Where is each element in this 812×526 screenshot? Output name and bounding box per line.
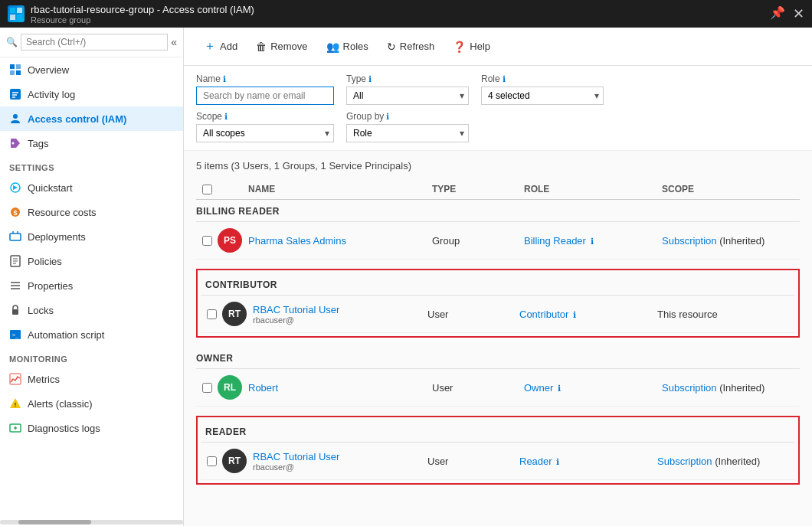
deployments-icon: [9, 230, 21, 243]
remove-button[interactable]: 🗑 Remove: [248, 36, 315, 57]
sidebar-item-alerts[interactable]: ! Alerts (classic): [0, 391, 183, 416]
row-checkbox[interactable]: [202, 383, 212, 393]
sidebar-item-iam[interactable]: Access control (IAM): [0, 106, 183, 131]
table-header: NAME TYPE ROLE SCOPE: [196, 179, 800, 200]
svg-rect-17: [10, 234, 21, 240]
name-filter-info-icon[interactable]: ℹ: [223, 74, 226, 84]
scope-filter-select[interactable]: All scopes This resource Inherited: [196, 124, 334, 142]
resource-costs-label: Resource costs: [28, 207, 97, 218]
type-filter-label: Type: [346, 74, 366, 84]
role-filter-select[interactable]: 4 selected: [481, 87, 604, 105]
refresh-icon: ↻: [387, 41, 396, 53]
row-role: Owner ℹ: [524, 382, 662, 394]
sidebar-item-locks[interactable]: Locks: [0, 298, 183, 322]
type-filter-select[interactable]: All User Group Service Principal: [346, 87, 469, 105]
content-area: ＋ Add 🗑 Remove 👥 Roles ↻ Refresh ❓ Help: [184, 28, 812, 526]
toolbar: ＋ Add 🗑 Remove 👥 Roles ↻ Refresh ❓ Help: [184, 28, 812, 66]
role-info-icon[interactable]: ℹ: [573, 310, 576, 319]
name-link[interactable]: Pharma Sales Admins: [248, 235, 346, 247]
sidebar-item-activity-log[interactable]: Activity log: [0, 82, 183, 106]
iam-icon: [9, 113, 21, 125]
svg-text:$: $: [13, 209, 17, 217]
role-filter-info-icon[interactable]: ℹ: [503, 74, 506, 84]
contributor-header: CONTRIBUTOR: [201, 273, 795, 296]
header-name: NAME: [218, 184, 432, 194]
row-checkbox[interactable]: [202, 236, 212, 246]
refresh-button[interactable]: ↻ Refresh: [379, 36, 443, 57]
type-filter-info-icon[interactable]: ℹ: [368, 74, 372, 84]
row-checkbox[interactable]: [207, 309, 217, 319]
pin-button[interactable]: 📌: [770, 5, 785, 22]
close-button[interactable]: ✕: [793, 5, 804, 22]
sidebar-item-overview[interactable]: Overview: [0, 57, 183, 82]
tags-label: Tags: [28, 138, 48, 149]
overview-label: Overview: [28, 64, 69, 76]
role-filter-select-wrap: 4 selected: [481, 87, 604, 105]
sidebar-item-automation-script[interactable]: >_ Automation script: [0, 322, 183, 347]
sidebar-item-diagnostics[interactable]: Diagnostics logs: [0, 416, 183, 440]
sidebar-item-metrics[interactable]: Metrics: [0, 367, 183, 391]
name-filter-label: Name: [196, 74, 221, 84]
role-info-icon[interactable]: ℹ: [556, 457, 559, 466]
scope-link[interactable]: Subscription: [662, 382, 717, 394]
table-row: PS Pharma Sales Admins Group Billing Rea…: [196, 222, 800, 260]
name-link[interactable]: Robert: [248, 382, 278, 394]
properties-icon: [9, 279, 21, 292]
row-type: User: [432, 382, 524, 394]
select-all-checkbox[interactable]: [202, 185, 212, 194]
avatar: RT: [222, 449, 247, 473]
svg-rect-8: [10, 89, 21, 100]
name-link[interactable]: RBAC Tutorial User: [253, 451, 339, 462]
role-info-icon[interactable]: ℹ: [591, 237, 594, 246]
metrics-icon: [9, 373, 21, 385]
sidebar-item-policies[interactable]: Policies: [0, 249, 183, 273]
alerts-icon: !: [9, 397, 21, 410]
row-name-cell: RL Robert: [218, 375, 432, 400]
sidebar-nav: Overview Activity log: [0, 57, 183, 518]
name-link[interactable]: RBAC Tutorial User: [253, 304, 339, 315]
role-link[interactable]: Contributor: [519, 309, 568, 320]
role-group-owner: OWNER RL Robert User Owner ℹ: [196, 347, 800, 407]
role-link[interactable]: Reader: [519, 456, 552, 467]
groupby-filter-label: Group by: [346, 111, 384, 122]
role-link[interactable]: Billing Reader: [524, 235, 586, 247]
add-icon: ＋: [204, 38, 216, 54]
row-scope: Subscription (Inherited): [662, 382, 800, 394]
row-checkbox[interactable]: [207, 456, 217, 466]
header-role: ROLE: [524, 184, 662, 194]
scope-link[interactable]: Subscription: [657, 456, 712, 467]
sidebar-collapse-button[interactable]: «: [171, 36, 177, 48]
roles-button[interactable]: 👥 Roles: [319, 36, 376, 57]
sidebar-item-quickstart[interactable]: Quickstart: [0, 175, 183, 200]
search-input[interactable]: [21, 34, 168, 51]
add-button[interactable]: ＋ Add: [196, 34, 245, 59]
sidebar-item-resource-costs[interactable]: $ Resource costs: [0, 200, 183, 224]
svg-rect-2: [10, 15, 15, 20]
scope-link[interactable]: Subscription: [662, 235, 717, 247]
window-title: rbac-tutorial-resource-group - Access co…: [31, 4, 254, 15]
groupby-filter: Group by ℹ Role Type Scope: [346, 111, 469, 142]
name-subtitle: rbacuser@: [253, 315, 339, 325]
scope-filter-info-icon[interactable]: ℹ: [224, 112, 228, 122]
row-checkbox-cell: [201, 456, 222, 466]
title-bar-controls: 📌 ✕: [770, 5, 804, 22]
avatar: RL: [218, 375, 242, 400]
sidebar-item-properties[interactable]: Properties: [0, 273, 183, 298]
table-row: RT RBAC Tutorial User rbacuser@ User Con…: [201, 296, 795, 333]
sidebar-item-tags[interactable]: Tags: [0, 131, 183, 155]
filter-group-row1: Name ℹ Type ℹ All User Gro: [196, 74, 800, 105]
role-info-icon[interactable]: ℹ: [558, 384, 561, 393]
diagnostics-label: Diagnostics logs: [28, 423, 100, 434]
sidebar-item-deployments[interactable]: Deployments: [0, 224, 183, 249]
role-link[interactable]: Owner: [524, 382, 553, 394]
help-button[interactable]: ❓ Help: [445, 36, 498, 57]
groupby-filter-info-icon[interactable]: ℹ: [386, 112, 389, 122]
row-role: Contributor ℹ: [519, 309, 657, 320]
groupby-filter-select[interactable]: Role Type Scope: [346, 124, 469, 142]
title-bar-left: rbac-tutorial-resource-group - Access co…: [8, 4, 254, 25]
svg-rect-30: [10, 374, 21, 384]
table-row: RL Robert User Owner ℹ Subscription (Inh…: [196, 369, 800, 407]
name-filter-input[interactable]: [196, 87, 334, 105]
header-checkbox-cell: [196, 184, 218, 194]
avatar: RT: [222, 302, 247, 326]
